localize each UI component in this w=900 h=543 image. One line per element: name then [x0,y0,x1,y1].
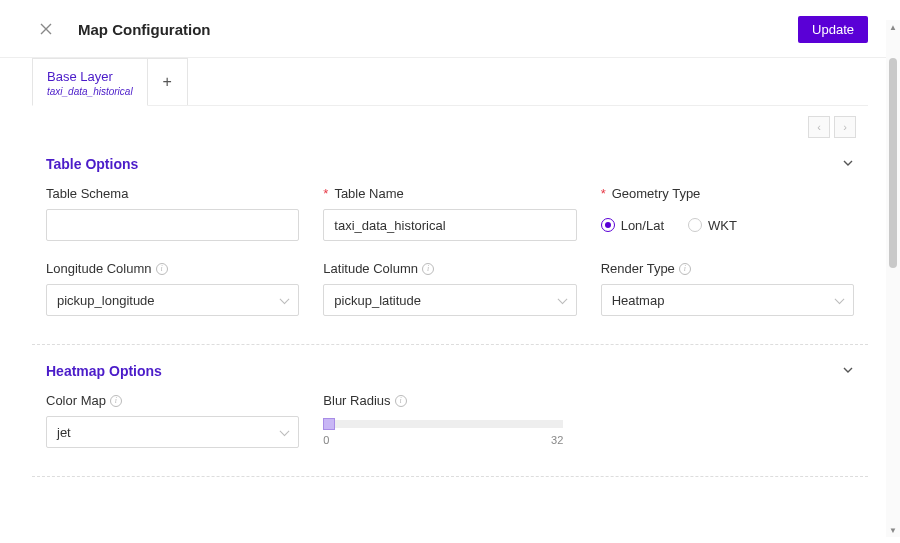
info-icon[interactable]: i [110,395,122,407]
chevron-down-icon [842,157,854,172]
chevron-down-icon [842,364,854,379]
chevron-right-icon: › [843,121,847,133]
content: Base Layer taxi_data_historical + ‹ › Ta… [0,58,900,477]
tab-pager: ‹ › [32,106,868,138]
info-icon[interactable]: i [422,263,434,275]
section-header-heatmap-options[interactable]: Heatmap Options [46,351,854,393]
tab-base-layer-sub: taxi_data_historical [47,86,133,97]
info-icon[interactable]: i [395,395,407,407]
field-geometry-type: * Geometry Type Lon/Lat WKT [601,186,854,241]
radio-circle-icon [601,218,615,232]
geometry-type-radio-group: Lon/Lat WKT [601,209,854,241]
pager-prev-button[interactable]: ‹ [808,116,830,138]
table-schema-input[interactable] [46,209,299,241]
longitude-column-select[interactable]: pickup_longitude [46,284,299,316]
field-table-name: * Table Name taxi_data_historical [323,186,576,241]
blur-radius-slider[interactable]: 0 32 [323,416,576,446]
label-render-type: Render Type i [601,261,854,276]
slider-track[interactable] [323,420,563,428]
field-color-map: Color Map i jet [46,393,299,448]
required-asterisk: * [601,186,606,201]
label-latitude-column: Latitude Column i [323,261,576,276]
label-blur-radius: Blur Radius i [323,393,576,408]
radio-circle-icon [688,218,702,232]
field-latitude-column: Latitude Column i pickup_latitude [323,261,576,316]
render-type-select[interactable]: Heatmap [601,284,854,316]
slider-max: 32 [551,434,563,446]
scroll-down-arrow-icon[interactable]: ▼ [886,523,900,537]
label-table-schema: Table Schema [46,186,299,201]
slider-thumb[interactable] [323,418,335,430]
label-color-map: Color Map i [46,393,299,408]
latitude-column-select[interactable]: pickup_latitude [323,284,576,316]
field-render-type: Render Type i Heatmap [601,261,854,316]
plus-icon: + [162,73,171,91]
field-table-schema: Table Schema [46,186,299,241]
info-icon[interactable]: i [156,263,168,275]
close-icon[interactable] [40,23,54,37]
add-layer-button[interactable]: + [148,58,188,105]
section-title-heatmap-options: Heatmap Options [46,363,842,379]
header: Map Configuration Update [0,0,900,58]
field-spacer [601,393,854,448]
section-heatmap-options: Heatmap Options Color Map i jet Blur Rad… [32,345,868,477]
scroll-up-arrow-icon[interactable]: ▲ [886,20,900,34]
tab-base-layer-label: Base Layer [47,69,133,84]
tab-base-layer[interactable]: Base Layer taxi_data_historical [32,58,148,106]
label-geometry-type: * Geometry Type [601,186,854,201]
table-name-input[interactable]: taxi_data_historical [323,209,576,241]
required-asterisk: * [323,186,328,201]
pager-next-button[interactable]: › [834,116,856,138]
slider-min: 0 [323,434,329,446]
field-longitude-column: Longitude Column i pickup_longitude [46,261,299,316]
label-longitude-column: Longitude Column i [46,261,299,276]
radio-lonlat-label: Lon/Lat [621,218,664,233]
vertical-scrollbar[interactable]: ▲ ▼ [886,20,900,537]
layer-tabs: Base Layer taxi_data_historical + [32,58,868,106]
section-table-options: Table Options Table Schema * Table Name [32,138,868,345]
chevron-left-icon: ‹ [817,121,821,133]
info-icon[interactable]: i [679,263,691,275]
update-button[interactable]: Update [798,16,868,43]
radio-lonlat[interactable]: Lon/Lat [601,218,664,233]
section-header-table-options[interactable]: Table Options [46,144,854,186]
color-map-select[interactable]: jet [46,416,299,448]
label-table-name: * Table Name [323,186,576,201]
slider-range-labels: 0 32 [323,434,563,446]
field-blur-radius: Blur Radius i 0 32 [323,393,576,448]
radio-wkt[interactable]: WKT [688,218,737,233]
scrollbar-thumb[interactable] [889,58,897,268]
radio-wkt-label: WKT [708,218,737,233]
page-title: Map Configuration [78,21,798,38]
section-title-table-options: Table Options [46,156,842,172]
